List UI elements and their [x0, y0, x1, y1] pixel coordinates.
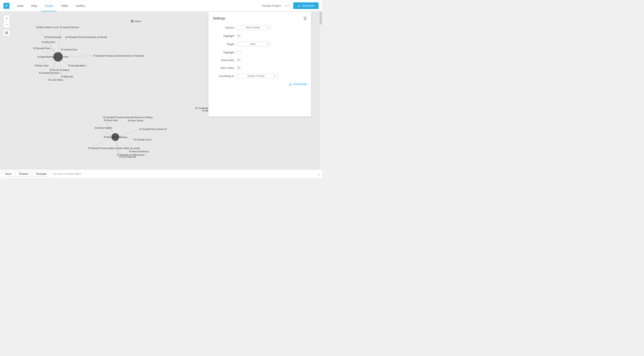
svg-rect-3: [6, 33, 6, 34]
graph-node-label: Grimaldi Princesse Antoinette de Merode: [68, 36, 107, 38]
zoom-in-button[interactable]: +: [4, 15, 10, 21]
graph-node[interactable]: [202, 110, 204, 112]
graph-node[interactable]: [195, 107, 197, 109]
graph-node[interactable]: [95, 127, 97, 129]
source-highlight-checkbox[interactable]: ✕: [237, 34, 241, 38]
source-highlight-row: Highlight ✕: [213, 34, 307, 38]
header-download-label: Download: [302, 4, 314, 7]
zoom-out-button[interactable]: −: [4, 21, 10, 28]
scrollbar[interactable]: [320, 11, 322, 169]
size-nodes-row: Size nodes ✕: [213, 66, 307, 70]
graph-area[interactable]: + − ParisMonacoLaekenMarie Juliette Louv…: [0, 11, 322, 169]
timespan-button[interactable]: Timespan: [32, 171, 50, 176]
graph-node[interactable]: [35, 64, 37, 67]
show-links-row: Show links ✕: [213, 58, 307, 62]
graph-node-label: Marie Juliette Louvet: [39, 26, 58, 28]
header-right: Sample Project v 1.2 Download: [262, 2, 318, 9]
project-name: Sample Project: [262, 4, 281, 7]
graph-node[interactable]: [33, 47, 36, 49]
no-filters-text: You have no active filters: [52, 172, 81, 175]
target-highlight-label: Highlight: [213, 51, 234, 54]
graph-node-label: Paris: [64, 56, 68, 58]
filter-chevron-icon[interactable]: ⌄: [318, 172, 320, 176]
target-label: Target: [213, 42, 234, 46]
settings-header: Settings ☰: [213, 16, 307, 21]
graph-node[interactable]: [139, 128, 142, 130]
target-highlight-row: Highlight: [213, 50, 307, 54]
timeline-button[interactable]: Timeline: [16, 171, 32, 176]
according-to-dropdown[interactable]: Number of People ▾: [237, 73, 278, 78]
filter-bar: Facet Timeline Timespan You have no acti…: [0, 169, 322, 178]
according-to-arrow: ▾: [274, 75, 275, 77]
graph-node-label: Monaco: [120, 136, 128, 138]
graph-node[interactable]: [94, 55, 96, 57]
tab-gallery[interactable]: Gallery: [72, 0, 89, 11]
source-dropdown[interactable]: Place of Death ▾: [237, 25, 271, 30]
according-to-label: According to: [213, 74, 234, 78]
svg-rect-4: [7, 33, 8, 34]
show-links-checkbox[interactable]: ✕: [237, 58, 241, 62]
graph-node[interactable]: [38, 56, 40, 58]
target-row: Target Name ▾: [213, 42, 307, 46]
graph-node[interactable]: [36, 26, 38, 28]
source-row: Source Place of Death ▾: [213, 25, 307, 30]
target-highlight-checkbox[interactable]: [237, 50, 241, 54]
graph-node[interactable]: [104, 136, 106, 138]
tab-data[interactable]: Data: [14, 0, 27, 11]
settings-menu-icon[interactable]: ☰: [303, 16, 307, 21]
graph-node-label: Louise Blanc: [51, 79, 63, 81]
according-to-row: According to Number of People ▾: [213, 73, 307, 78]
graph-node[interactable]: [131, 20, 133, 22]
graph-node-label: Henri Schmit: [131, 119, 143, 122]
facet-button[interactable]: Facet: [2, 171, 14, 176]
graph-node[interactable]: [68, 64, 70, 67]
graph-node[interactable]: [134, 139, 136, 141]
tab-map[interactable]: Map: [28, 0, 40, 11]
graph-node[interactable]: [61, 48, 63, 51]
graph-node-label: Grimaldi Prince Rainier III: [142, 128, 166, 130]
scrollbar-thumb[interactable]: [320, 11, 322, 24]
settings-title: Settings: [213, 16, 225, 20]
graph-node-label: Roland Bordon: [47, 36, 62, 38]
graph-node[interactable]: [44, 36, 46, 38]
graph-node-label: Leon Radziwill: [122, 156, 136, 158]
graph-node-label: Grace Kelly: [107, 119, 118, 122]
source-label: Source: [213, 26, 234, 29]
settings-download-button[interactable]: Download: [289, 82, 307, 86]
graph-node-label: Grimaldi Princesse Antoinette Baroness o…: [106, 116, 153, 119]
graph-node-label: Alice Heine: [44, 41, 56, 43]
graph-node-label: Honore de Balzac: [52, 69, 69, 71]
graph-node[interactable]: [103, 116, 105, 118]
svg-rect-1: [6, 32, 6, 32]
app-logo: P: [4, 3, 10, 9]
fit-button[interactable]: [4, 29, 10, 36]
settings-download-label: Download: [294, 82, 307, 86]
graph-node[interactable]: [104, 119, 106, 121]
graph-node[interactable]: [49, 69, 52, 71]
graph-node[interactable]: [128, 119, 130, 122]
target-dropdown[interactable]: Name ▾: [237, 42, 271, 46]
svg-line-27: [89, 137, 116, 148]
graph-node[interactable]: [42, 41, 44, 43]
tab-graph[interactable]: Graph: [42, 0, 57, 11]
tab-table[interactable]: Table: [58, 0, 72, 11]
target-value: Name: [250, 43, 256, 45]
graph-node[interactable]: [88, 147, 90, 149]
graph-node-label: Raoul Gunsbourg: [132, 150, 148, 153]
graph-node[interactable]: [60, 26, 62, 28]
header-download-button[interactable]: Download: [293, 2, 318, 9]
nav-tabs: Data Map Graph Table Gallery: [14, 0, 89, 11]
graph-node[interactable]: [39, 72, 41, 74]
graph-node[interactable]: [66, 36, 68, 38]
graph-node-label: Grimaldi Princesse Charlotte Duchess of …: [96, 55, 144, 57]
graph-node[interactable]: [129, 150, 131, 152]
graph-node-label: Grimaldi Florestan I: [42, 72, 60, 74]
graph-node[interactable]: [119, 156, 121, 158]
svg-rect-2: [7, 32, 8, 32]
size-nodes-checkbox[interactable]: ✕: [237, 66, 241, 70]
graph-node[interactable]: [117, 154, 119, 156]
settings-panel: Settings ☰ Source Place of Death ▾ Highl…: [208, 11, 311, 117]
graph-node[interactable]: [61, 75, 63, 78]
version-label: v 1.2: [284, 4, 290, 7]
graph-node[interactable]: [48, 79, 50, 81]
